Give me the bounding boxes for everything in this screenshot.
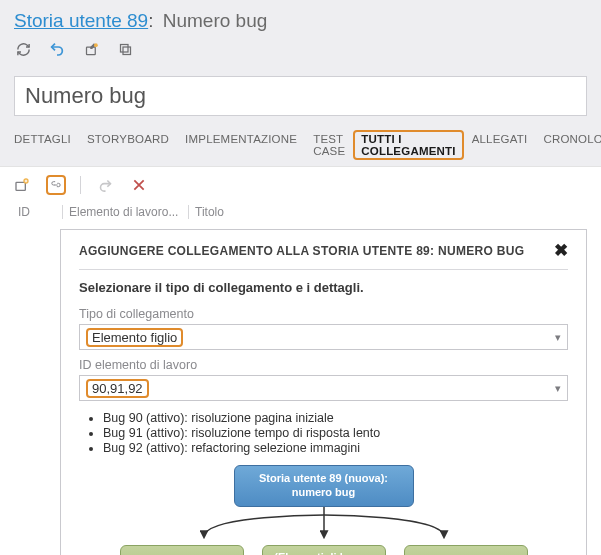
- tab-storyboard[interactable]: STORYBOARD: [79, 130, 177, 160]
- svg-rect-3: [120, 44, 128, 52]
- workitem-id-label: ID elemento di lavoro: [79, 358, 568, 372]
- chevron-down-icon: ▾: [555, 382, 561, 395]
- story-link[interactable]: Storia utente 89: [14, 10, 148, 31]
- list-item: Bug 92 (attivo): refactoring selezione i…: [103, 441, 568, 455]
- copy-icon[interactable]: [116, 40, 134, 58]
- list-item: Bug 91 (attivo): risoluzione tempo di ri…: [103, 426, 568, 440]
- story-title: Numero bug: [163, 10, 268, 31]
- child-node: [120, 545, 244, 556]
- close-icon[interactable]: ✖: [554, 240, 568, 261]
- tab-cronologia[interactable]: CRONOLOGIA: [535, 130, 601, 160]
- list-item: Bug 90 (attivo): risoluzione pagina iniz…: [103, 411, 568, 425]
- header-toolbar: [14, 40, 587, 58]
- tab-implementazione[interactable]: IMPLEMENTAZIONE: [177, 130, 305, 160]
- add-link-dialog: AGGIUNGERE COLLEGAMENTO ALLA STORIA UTEN…: [60, 229, 587, 555]
- delete-icon[interactable]: [129, 175, 149, 195]
- workitem-id-value: 90,91,92: [92, 381, 143, 396]
- tab-allegati[interactable]: ALLEGATI: [464, 130, 536, 160]
- tab-dettagli[interactable]: DETTAGLI: [6, 130, 79, 160]
- svg-point-1: [94, 43, 98, 47]
- workitem-id-select[interactable]: 90,91,92 ▾: [79, 375, 568, 401]
- link-type-value: Elemento figlio: [92, 330, 177, 345]
- child-node: [404, 545, 528, 556]
- title-input[interactable]: [14, 76, 587, 116]
- dialog-title: AGGIUNGERE COLLEGAMENTO ALLA STORIA UTEN…: [79, 244, 524, 258]
- link-existing-icon[interactable]: [46, 175, 66, 195]
- new-link-icon[interactable]: [12, 175, 32, 195]
- tabs-row: DETTAGLI STORYBOARD IMPLEMENTAZIONE TEST…: [0, 120, 601, 167]
- dialog-instruction: Selezionare il tipo di collegamento e i …: [79, 280, 568, 295]
- work-item-header: Storia utente 89: Numero bug: [0, 0, 601, 66]
- selected-items-list: Bug 90 (attivo): risoluzione pagina iniz…: [103, 411, 568, 455]
- refresh-icon[interactable]: [14, 40, 32, 58]
- title-input-area: [0, 66, 601, 120]
- tab-tutti-collegamenti[interactable]: TUTTI I COLLEGAMENTI: [353, 130, 463, 160]
- links-toolbar: [0, 167, 601, 199]
- parent-node: Storia utente 89 (nuova): numero bug: [234, 465, 414, 507]
- link-type-label: Tipo di collegamento: [79, 307, 568, 321]
- new-item-icon[interactable]: [82, 40, 100, 58]
- chevron-down-icon: ▾: [555, 331, 561, 344]
- col-elemento[interactable]: Elemento di lavoro...: [62, 205, 182, 219]
- link-columns: ID Elemento di lavoro... Titolo: [0, 199, 601, 225]
- col-id[interactable]: ID: [12, 205, 56, 219]
- tab-testcase[interactable]: TEST CASE: [305, 130, 353, 160]
- child-node-selected: (Elementi di lavoro multipli selezionati…: [262, 545, 386, 556]
- svg-rect-2: [123, 47, 131, 55]
- col-titolo[interactable]: Titolo: [188, 205, 589, 219]
- redo-icon[interactable]: [95, 175, 115, 195]
- title-line: Storia utente 89: Numero bug: [14, 10, 587, 32]
- link-type-select[interactable]: Elemento figlio ▾: [79, 324, 568, 350]
- svg-rect-4: [16, 182, 25, 190]
- relationship-diagram: Storia utente 89 (nuova): numero bug (El…: [79, 465, 568, 555]
- undo-icon[interactable]: [48, 40, 66, 58]
